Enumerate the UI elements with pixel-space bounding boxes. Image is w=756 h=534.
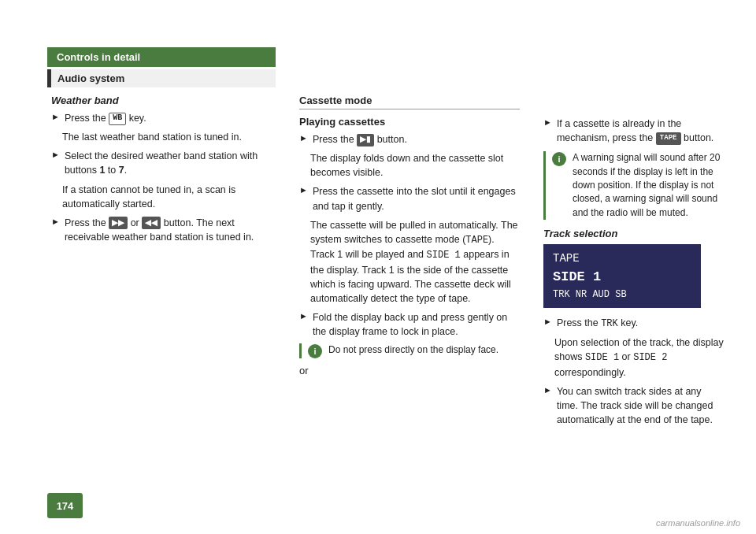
left-column: Weather band ► Press the WB key. The las… bbox=[51, 95, 264, 249]
bullet-text: You can switch track sides at any time. … bbox=[557, 384, 724, 427]
or-text: or bbox=[299, 365, 520, 376]
list-item: ► Press the TRK key. bbox=[543, 316, 724, 331]
eject-button-icon: ▶▮ bbox=[357, 134, 374, 146]
cassette-mode-title: Cassette mode bbox=[299, 95, 520, 109]
tape-code: TAPE bbox=[465, 235, 488, 246]
list-item: ► Press the ▶▮ button. bbox=[299, 132, 520, 146]
back-button-icon: ◀◀ bbox=[142, 217, 161, 229]
track-display: TAPE SIDE 1 TRK NR AUD SB bbox=[543, 244, 701, 308]
indent-text: The display folds down and the cassette … bbox=[310, 151, 520, 180]
info-text: Do not press directly on the display fac… bbox=[328, 343, 498, 357]
info-box-2: i A warning signal will sound after 20 s… bbox=[543, 151, 724, 220]
track-selection-title: Track selection bbox=[543, 228, 724, 239]
list-item: ► Press the ▶▶ or ◀◀ button. The next re… bbox=[51, 216, 264, 244]
playing-cassettes-title: Playing cassettes bbox=[299, 116, 520, 128]
wb-button-icon: WB bbox=[109, 113, 126, 125]
bullet-arrow: ► bbox=[51, 112, 60, 121]
info-icon: i bbox=[308, 344, 322, 358]
subheader-title: Audio system bbox=[57, 72, 124, 84]
header-title: Controls in detail bbox=[57, 51, 140, 63]
indent-text: The cassette will be pulled in automatic… bbox=[310, 218, 520, 306]
bullet-text: Press the ▶▶ or ◀◀ button. The next rece… bbox=[65, 216, 264, 244]
indent-text: Upon selection of the track, the display… bbox=[554, 336, 724, 380]
bullet-arrow: ► bbox=[299, 185, 308, 195]
bullet-text: If a cassette is already in the mechanis… bbox=[557, 117, 724, 145]
bullet-arrow: ► bbox=[543, 317, 552, 326]
info-text-2: A warning signal will sound after 20 sec… bbox=[573, 151, 724, 220]
watermark: carmanualsonline.info bbox=[656, 518, 740, 528]
list-item: ► Press the WB key. bbox=[51, 111, 264, 125]
forward-button-icon: ▶▶ bbox=[109, 217, 128, 229]
subheader: Audio system bbox=[47, 69, 276, 87]
info-icon-2: i bbox=[552, 152, 566, 166]
list-item: ► Press the cassette into the slot until… bbox=[299, 184, 520, 213]
bullet-text: Press the TRK key. bbox=[557, 316, 638, 331]
side2-ref: SIDE 2 bbox=[633, 352, 667, 363]
page-number: 174 bbox=[57, 500, 74, 512]
right-column: Cassette mode Playing cassettes ► Press … bbox=[299, 95, 724, 432]
bullet-arrow: ► bbox=[51, 217, 60, 226]
trk-code: TRK bbox=[601, 318, 618, 329]
cassette-column: Cassette mode Playing cassettes ► Press … bbox=[299, 95, 520, 432]
page-container: Controls in detail Audio system Weather … bbox=[0, 0, 756, 534]
bullet-text: Fold the display back up and press gentl… bbox=[313, 310, 520, 339]
bullet-arrow: ► bbox=[543, 117, 552, 127]
side1-code: SIDE 1 bbox=[427, 250, 461, 261]
weather-band-title: Weather band bbox=[51, 95, 264, 106]
info-box-inner-2: i A warning signal will sound after 20 s… bbox=[552, 151, 724, 220]
bullet-arrow: ► bbox=[51, 150, 60, 159]
bullet-text: Select the desired weather band station … bbox=[65, 149, 264, 177]
info-box-1: i Do not press directly on the display f… bbox=[299, 343, 520, 358]
track-line-1: TAPE bbox=[553, 250, 691, 267]
info-box-inner: i Do not press directly on the display f… bbox=[308, 343, 520, 358]
bullet-arrow: ► bbox=[299, 311, 308, 321]
indent-text: If a station cannot be tuned in, a scan … bbox=[62, 183, 264, 211]
list-item: ► If a cassette is already in the mechan… bbox=[543, 117, 724, 145]
tape-button-icon: TAPE bbox=[656, 132, 681, 145]
list-item: ► Fold the display back up and press gen… bbox=[299, 310, 520, 339]
bullet-text: Press the cassette into the slot until i… bbox=[313, 184, 520, 213]
bullet-arrow: ► bbox=[543, 385, 552, 395]
bullet-text: Press the WB key. bbox=[65, 111, 146, 125]
list-item: ► You can switch track sides at any time… bbox=[543, 384, 724, 427]
bullet-arrow: ► bbox=[299, 133, 308, 143]
side1-ref: SIDE 1 bbox=[585, 352, 619, 363]
header-bar: Controls in detail bbox=[47, 47, 276, 67]
right-sub-column: ► If a cassette is already in the mechan… bbox=[543, 95, 724, 432]
track-line-3: TRK NR AUD SB bbox=[553, 287, 691, 302]
track-line-2: SIDE 1 bbox=[553, 267, 691, 287]
bullet-text: Press the ▶▮ button. bbox=[313, 132, 407, 146]
list-item: ► Select the desired weather band statio… bbox=[51, 149, 264, 177]
page-number-box: 174 bbox=[47, 493, 83, 518]
indent-text: The last weather band station is tuned i… bbox=[62, 130, 264, 144]
